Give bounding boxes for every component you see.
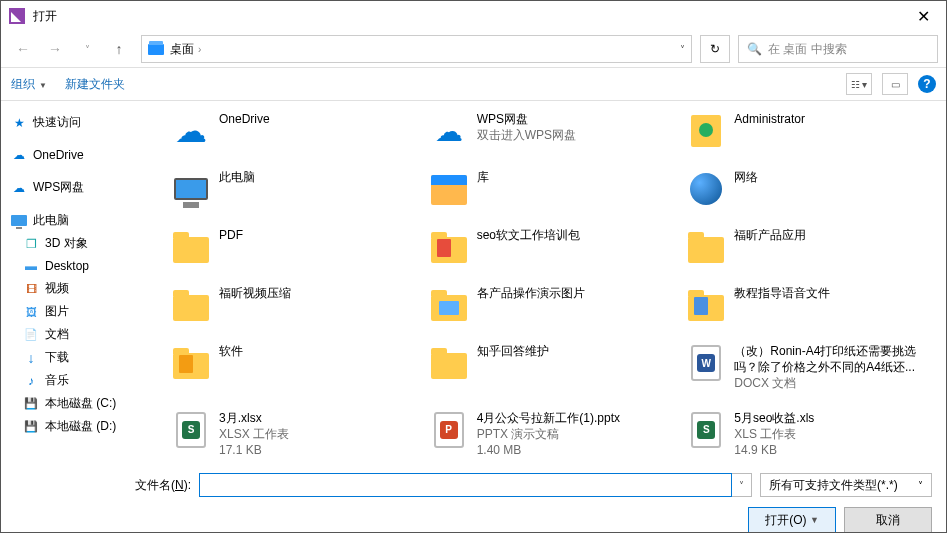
cloud-icon: ☁ xyxy=(11,147,27,163)
search-icon: 🔍 xyxy=(747,42,762,56)
picture-icon: 🖼 xyxy=(23,304,39,320)
docx-icon: W xyxy=(686,343,726,383)
sidebar-item-3d-objects[interactable]: ❐3D 对象 xyxy=(7,232,153,255)
folder-icon xyxy=(429,343,469,383)
file-type-filter[interactable]: 所有可支持文件类型(*.*)˅ xyxy=(760,473,932,497)
toolbar: 组织▼ 新建文件夹 ☷ ▾ ▭ ? xyxy=(1,67,946,101)
filename-label: 文件名(N): xyxy=(15,477,199,494)
file-item[interactable]: 各产品操作演示图片 xyxy=(429,285,677,325)
cloud-icon: ☁ xyxy=(11,180,27,196)
open-button[interactable]: 打开(O) ▼ xyxy=(748,507,836,533)
file-item[interactable]: 此电脑 xyxy=(171,169,419,209)
address-dropdown-icon[interactable]: ˅ xyxy=(680,44,685,55)
user-folder-icon xyxy=(686,111,726,151)
disk-icon: 💾 xyxy=(23,419,39,435)
view-mode-button[interactable]: ☷ ▾ xyxy=(846,73,872,95)
footer: 文件名(N): ˅ 所有可支持文件类型(*.*)˅ 打开(O) ▼ 取消 xyxy=(1,463,946,533)
app-icon xyxy=(9,8,25,24)
search-box[interactable]: 🔍 在 桌面 中搜索 xyxy=(738,35,938,63)
sidebar-item-videos[interactable]: 🎞视频 xyxy=(7,277,153,300)
pptx-icon: P xyxy=(429,410,469,450)
video-icon: 🎞 xyxy=(23,281,39,297)
download-icon: ↓ xyxy=(23,350,39,366)
help-button[interactable]: ? xyxy=(918,75,936,93)
folder-icon xyxy=(429,227,469,267)
chevron-down-icon: ˅ xyxy=(918,480,923,491)
sidebar-item-music[interactable]: ♪音乐 xyxy=(7,369,153,392)
pc-icon xyxy=(11,213,27,229)
file-item[interactable]: PDF xyxy=(171,227,419,267)
preview-pane-button[interactable]: ▭ xyxy=(882,73,908,95)
desktop-icon: ▬ xyxy=(23,258,39,274)
sidebar-item-desktop[interactable]: ▬Desktop xyxy=(7,255,153,277)
file-item[interactable]: 福昕产品应用 xyxy=(686,227,934,267)
sidebar-item-wps[interactable]: ☁WPS网盘 xyxy=(7,176,153,199)
window-title: 打开 xyxy=(33,8,57,25)
file-item[interactable]: ☁OneDrive xyxy=(171,111,419,151)
sidebar: ★快速访问 ☁OneDrive ☁WPS网盘 此电脑 ❐3D 对象 ▬Deskt… xyxy=(1,101,159,463)
breadcrumb-separator-icon: › xyxy=(198,44,201,55)
library-icon xyxy=(429,169,469,209)
cube-icon: ❐ xyxy=(23,236,39,252)
title-bar: 打开 ✕ xyxy=(1,1,946,31)
document-icon: 📄 xyxy=(23,327,39,343)
xls-icon: S xyxy=(686,410,726,450)
file-item[interactable]: 福昕视频压缩 xyxy=(171,285,419,325)
location-icon xyxy=(148,44,164,55)
file-list: ☁OneDrive ☁WPS网盘双击进入WPS网盘 Administrator … xyxy=(159,101,946,463)
cloud-icon: ☁ xyxy=(429,111,469,151)
file-item[interactable]: S5月seo收益.xlsXLS 工作表14.9 KB xyxy=(686,410,934,459)
chevron-down-icon: ▼ xyxy=(39,81,47,90)
folder-icon xyxy=(171,285,211,325)
disk-icon: 💾 xyxy=(23,396,39,412)
file-item[interactable]: seo软文工作培训包 xyxy=(429,227,677,267)
sidebar-item-downloads[interactable]: ↓下载 xyxy=(7,346,153,369)
music-icon: ♪ xyxy=(23,373,39,389)
file-item[interactable]: Administrator xyxy=(686,111,934,151)
sidebar-item-pictures[interactable]: 🖼图片 xyxy=(7,300,153,323)
cloud-icon: ☁ xyxy=(171,111,211,151)
sidebar-item-disk-c[interactable]: 💾本地磁盘 (C:) xyxy=(7,392,153,415)
file-item[interactable]: 网络 xyxy=(686,169,934,209)
file-item[interactable]: 库 xyxy=(429,169,677,209)
file-item[interactable]: 软件 xyxy=(171,343,419,392)
location-text: 桌面 xyxy=(170,41,194,58)
address-bar[interactable]: 桌面 › ˅ xyxy=(141,35,692,63)
nav-back-button[interactable]: ← xyxy=(9,35,37,63)
network-icon xyxy=(686,169,726,209)
file-item[interactable]: S3月.xlsxXLSX 工作表17.1 KB xyxy=(171,410,419,459)
sidebar-item-quick-access[interactable]: ★快速访问 xyxy=(7,111,153,134)
organize-button[interactable]: 组织▼ xyxy=(11,76,47,93)
star-icon: ★ xyxy=(11,115,27,131)
file-item[interactable]: 知乎回答维护 xyxy=(429,343,677,392)
nav-forward-button[interactable]: → xyxy=(41,35,69,63)
folder-icon xyxy=(686,227,726,267)
sidebar-item-this-pc[interactable]: 此电脑 xyxy=(7,209,153,232)
folder-icon xyxy=(171,227,211,267)
sidebar-item-onedrive[interactable]: ☁OneDrive xyxy=(7,144,153,166)
file-item[interactable]: W（改）Ronin-A4打印纸还需要挑选吗？除了价格之外不同的A4纸还...DO… xyxy=(686,343,934,392)
close-button[interactable]: ✕ xyxy=(909,3,938,30)
nav-bar: ← → ˅ ↑ 桌面 › ˅ ↻ 🔍 在 桌面 中搜索 xyxy=(1,31,946,67)
file-item[interactable]: 教程指导语音文件 xyxy=(686,285,934,325)
search-placeholder: 在 桌面 中搜索 xyxy=(768,41,847,58)
new-folder-button[interactable]: 新建文件夹 xyxy=(65,76,125,93)
refresh-button[interactable]: ↻ xyxy=(700,35,730,63)
folder-icon xyxy=(686,285,726,325)
xlsx-icon: S xyxy=(171,410,211,450)
nav-up-button[interactable]: ↑ xyxy=(105,35,133,63)
folder-icon xyxy=(429,285,469,325)
sidebar-item-documents[interactable]: 📄文档 xyxy=(7,323,153,346)
cancel-button[interactable]: 取消 xyxy=(844,507,932,533)
file-item[interactable]: ☁WPS网盘双击进入WPS网盘 xyxy=(429,111,677,151)
pc-icon xyxy=(171,169,211,209)
file-item[interactable]: P4月公众号拉新工作(1).pptxPPTX 演示文稿1.40 MB xyxy=(429,410,677,459)
folder-icon xyxy=(171,343,211,383)
nav-recent-button[interactable]: ˅ xyxy=(73,35,101,63)
filename-dropdown-button[interactable]: ˅ xyxy=(732,473,752,497)
filename-input[interactable] xyxy=(199,473,732,497)
sidebar-item-disk-d[interactable]: 💾本地磁盘 (D:) xyxy=(7,415,153,438)
